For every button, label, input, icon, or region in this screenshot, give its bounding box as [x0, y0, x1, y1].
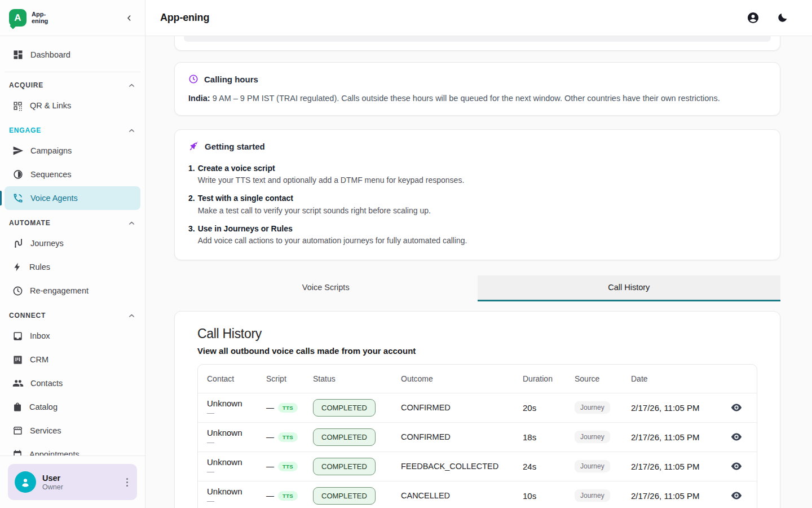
- sidebar-item-re-engagement[interactable]: Re-engagement: [5, 279, 140, 303]
- calling-hours-title: Calling hours: [204, 75, 258, 84]
- calling-hours-card: Calling hours India: 9 AM – 9 PM IST (TR…: [174, 62, 780, 116]
- table-header-row: Contact Script Status Outcome Duration S…: [198, 365, 757, 393]
- sidebar-section-engage[interactable]: ENGAGE: [5, 122, 140, 139]
- eye-icon: [730, 431, 743, 443]
- clock-icon: [188, 74, 198, 84]
- sidebar-item-services[interactable]: Services: [5, 419, 140, 443]
- app-logo-text: App- ening: [32, 11, 48, 24]
- sidebar-section-automate[interactable]: AUTOMATE: [5, 214, 140, 231]
- dashboard-icon: [12, 49, 24, 60]
- script-value: —: [266, 403, 274, 412]
- status-badge: COMPLETED: [313, 428, 376, 446]
- column-header-script: Script: [266, 374, 313, 383]
- sidebar-item-label: Voice Agents: [30, 194, 78, 203]
- tab-voice-scripts[interactable]: Voice Scripts: [174, 275, 478, 301]
- call-history-card: Call History View all outbound voice cal…: [174, 311, 780, 508]
- step-title: Use in Journeys or Rules: [198, 224, 467, 234]
- clock-icon: [12, 286, 23, 296]
- step-item: 1. Create a voice script Write your TTS …: [188, 163, 766, 185]
- sidebar-divider: [5, 72, 140, 72]
- sidebar-logo-row: A App- ening: [0, 0, 145, 36]
- scrolled-card-inner-bar: [184, 36, 771, 42]
- view-call-button[interactable]: [729, 429, 744, 445]
- chevron-up-icon: [127, 219, 136, 227]
- account-button[interactable]: [745, 10, 761, 25]
- sidebar-nav: Dashboard ACQUIRE QR & Links ENGAGE Camp…: [0, 36, 145, 456]
- tts-badge: TTS: [278, 462, 298, 471]
- tts-badge: TTS: [278, 432, 298, 442]
- sidebar-item-dashboard[interactable]: Dashboard: [5, 43, 140, 67]
- view-call-button[interactable]: [729, 458, 744, 474]
- user-menu-button[interactable]: [124, 476, 130, 489]
- getting-started-card: Getting started 1. Create a voice script…: [174, 129, 780, 260]
- view-call-button[interactable]: [729, 488, 744, 503]
- calling-hours-text: India: 9 AM – 9 PM IST (TRAI regulated).…: [188, 93, 766, 104]
- chevron-left-icon: [125, 14, 134, 23]
- dark-mode-toggle[interactable]: [775, 11, 789, 25]
- kanban-icon: [12, 354, 23, 365]
- page-title: App-ening: [160, 12, 209, 24]
- calendar-icon: [12, 449, 23, 456]
- script-value: —: [266, 432, 274, 441]
- column-header-source: Source: [575, 374, 631, 383]
- view-call-button[interactable]: [729, 400, 744, 415]
- sidebar-item-journeys[interactable]: Journeys: [5, 231, 140, 255]
- main-area: App-ening Calling hours India: 9 AM – 9 …: [145, 0, 812, 508]
- sidebar-item-inbox[interactable]: Inbox: [5, 324, 140, 348]
- getting-started-title: Getting started: [205, 142, 265, 151]
- table-row: Unknown — — TTS COMPLETED CONFIRMED 20s …: [198, 393, 757, 422]
- getting-started-steps: 1. Create a voice script Write your TTS …: [188, 163, 766, 245]
- step-description: Write your TTS text and optionally add a…: [198, 176, 465, 185]
- duration-value: 18s: [523, 432, 575, 442]
- date-value: 2/17/26, 11:05 PM: [631, 491, 716, 501]
- column-header-date: Date: [631, 374, 716, 383]
- sidebar-item-appointments[interactable]: Appointments: [5, 443, 140, 456]
- source-badge: Journey: [575, 460, 610, 472]
- content-scroll-area[interactable]: Calling hours India: 9 AM – 9 PM IST (TR…: [145, 36, 812, 508]
- sidebar: A App- ening Dashboard ACQUIRE QR & Link…: [0, 0, 145, 508]
- phone-call-icon: [12, 192, 24, 204]
- kebab-dot: [126, 485, 128, 487]
- chevron-up-icon: [127, 312, 136, 320]
- column-header-outcome: Outcome: [401, 374, 523, 383]
- sidebar-item-sequences[interactable]: Sequences: [5, 163, 140, 186]
- sidebar-item-contacts[interactable]: Contacts: [5, 371, 140, 395]
- bolt-icon: [12, 262, 23, 272]
- sidebar-section-acquire[interactable]: ACQUIRE: [5, 77, 140, 94]
- user-card[interactable]: User Owner: [8, 464, 137, 500]
- table-row: Unknown — — TTS COMPLETED FEEDBACK_COLLE…: [198, 452, 757, 481]
- sidebar-collapse-button[interactable]: [122, 11, 136, 25]
- status-badge: COMPLETED: [313, 487, 376, 505]
- contact-name: Unknown: [207, 457, 266, 467]
- step-number: 1.: [188, 163, 195, 185]
- table-row: Unknown — — TTS COMPLETED CANCELLED 10s …: [198, 481, 757, 508]
- sidebar-item-campaigns[interactable]: Campaigns: [5, 139, 140, 163]
- status-badge: COMPLETED: [313, 458, 376, 475]
- date-value: 2/17/26, 11:05 PM: [631, 432, 716, 442]
- sidebar-item-label: Campaigns: [30, 146, 72, 155]
- calling-hours-country: India:: [188, 94, 210, 103]
- sidebar-user-zone: User Owner: [0, 456, 145, 508]
- contact-sub: —: [207, 497, 266, 505]
- sidebar-item-voice-agents[interactable]: Voice Agents: [5, 186, 140, 210]
- sidebar-item-rules[interactable]: Rules: [5, 255, 140, 279]
- user-avatar: [15, 471, 36, 493]
- sidebar-item-catalog[interactable]: Catalog: [5, 395, 140, 419]
- user-meta: User Owner: [42, 474, 118, 491]
- call-history-subtitle: View all outbound voice calls made from …: [197, 346, 757, 356]
- sidebar-item-crm[interactable]: CRM: [5, 348, 140, 371]
- sidebar-item-qr-links[interactable]: QR & Links: [5, 94, 140, 117]
- user-name: User: [42, 474, 118, 483]
- column-header-contact: Contact: [198, 374, 266, 383]
- top-header: App-ening: [145, 0, 812, 36]
- table-row: Unknown — — TTS COMPLETED CONFIRMED 18s …: [198, 422, 757, 452]
- tab-call-history[interactable]: Call History: [478, 275, 781, 301]
- column-header-status: Status: [313, 374, 401, 383]
- status-badge: COMPLETED: [313, 399, 376, 417]
- chevron-up-icon: [127, 81, 136, 90]
- sidebar-section-connect[interactable]: CONNECT: [5, 307, 140, 324]
- step-item: 3. Use in Journeys or Rules Add voice ca…: [188, 224, 766, 245]
- step-number: 3.: [188, 224, 195, 245]
- inbox-icon: [12, 331, 23, 341]
- source-badge: Journey: [575, 401, 610, 414]
